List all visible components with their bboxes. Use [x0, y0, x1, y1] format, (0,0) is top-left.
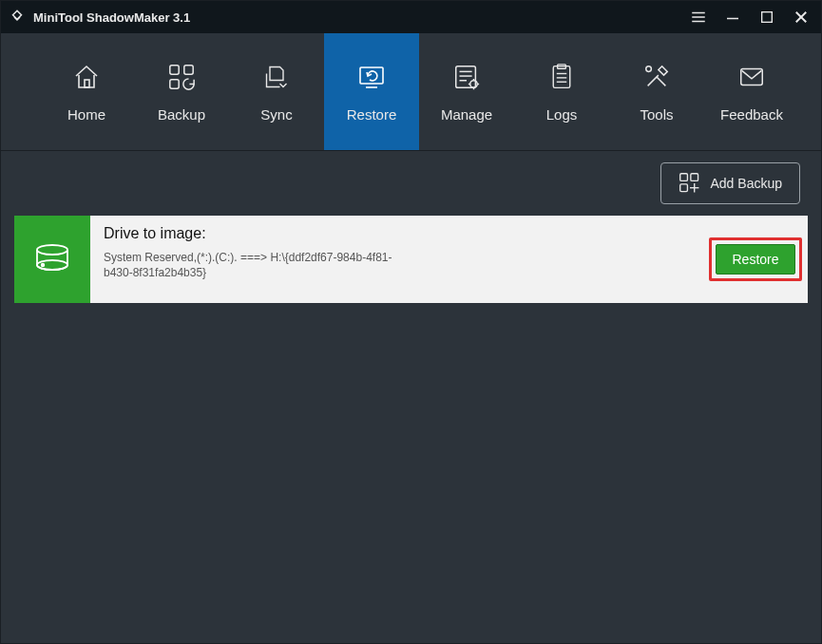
- add-backup-button[interactable]: Add Backup: [660, 162, 801, 204]
- tab-label: Feedback: [720, 106, 783, 123]
- tab-feedback[interactable]: Feedback: [704, 33, 799, 150]
- window-controls: [690, 9, 810, 26]
- card-detail: System Reserved,(*:).(C:). ===> H:\{ddf2…: [104, 250, 408, 280]
- tab-label: Sync: [260, 106, 292, 123]
- tab-home[interactable]: Home: [39, 33, 134, 150]
- svg-point-23: [646, 66, 652, 72]
- tab-restore[interactable]: Restore: [324, 33, 419, 150]
- navbar: Home Backup Sync Restore Manage: [1, 33, 821, 151]
- tab-backup[interactable]: Backup: [134, 33, 229, 150]
- app-logo-icon: [9, 9, 26, 26]
- svg-point-30: [37, 245, 67, 255]
- svg-rect-7: [85, 80, 89, 87]
- svg-rect-24: [741, 69, 763, 85]
- tab-label: Backup: [158, 106, 205, 123]
- tab-label: Logs: [546, 106, 578, 123]
- tab-tools[interactable]: Tools: [609, 33, 704, 150]
- restore-icon: [355, 61, 388, 93]
- sync-icon: [260, 61, 293, 93]
- app-window: MiniTool ShadowMaker 3.1 Home: [0, 0, 822, 644]
- drive-thumb: [14, 216, 90, 303]
- svg-rect-25: [679, 174, 687, 181]
- card-body: Drive to image: System Reserved,(*:).(C:…: [90, 216, 703, 303]
- tab-label: Restore: [347, 106, 397, 123]
- tab-sync[interactable]: Sync: [229, 33, 324, 150]
- logs-icon: [545, 61, 578, 93]
- tab-manage[interactable]: Manage: [419, 33, 514, 150]
- close-icon[interactable]: [793, 9, 810, 26]
- drive-icon: [29, 237, 75, 282]
- svg-rect-27: [679, 184, 687, 192]
- restore-highlight: Restore: [709, 237, 801, 281]
- tab-label: Home: [67, 106, 105, 123]
- backup-icon: [165, 61, 198, 93]
- toolbar: Add Backup: [1, 151, 821, 216]
- card-actions: Restore: [703, 216, 808, 303]
- home-icon: [70, 61, 103, 93]
- restore-button[interactable]: Restore: [716, 244, 794, 275]
- svg-rect-4: [762, 12, 773, 23]
- tools-icon: [640, 61, 673, 93]
- tab-label: Tools: [640, 106, 673, 123]
- add-backup-icon: [679, 172, 701, 195]
- svg-rect-26: [690, 174, 698, 181]
- app-title: MiniTool ShadowMaker 3.1: [33, 10, 690, 25]
- svg-point-32: [42, 264, 45, 267]
- svg-rect-9: [184, 66, 193, 74]
- svg-rect-10: [170, 80, 179, 88]
- feedback-icon: [736, 61, 768, 93]
- backup-card: Drive to image: System Reserved,(*:).(C:…: [14, 216, 808, 303]
- card-heading: Drive to image:: [104, 225, 690, 242]
- maximize-icon[interactable]: [758, 9, 775, 26]
- menu-icon[interactable]: [690, 9, 707, 26]
- content-area: Drive to image: System Reserved,(*:).(C:…: [1, 216, 821, 643]
- tab-logs[interactable]: Logs: [514, 33, 609, 150]
- manage-icon: [450, 61, 483, 93]
- svg-rect-18: [553, 66, 570, 88]
- minimize-icon[interactable]: [724, 9, 741, 26]
- svg-rect-13: [456, 66, 476, 88]
- svg-rect-8: [170, 66, 179, 74]
- tab-label: Manage: [441, 106, 492, 123]
- titlebar: MiniTool ShadowMaker 3.1: [1, 1, 821, 33]
- add-backup-label: Add Backup: [711, 176, 783, 191]
